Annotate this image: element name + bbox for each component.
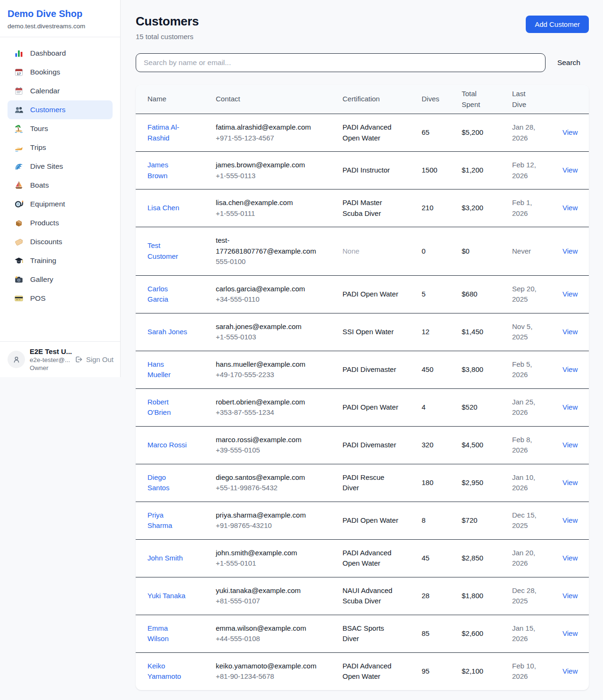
view-link[interactable]: View bbox=[562, 204, 578, 212]
sidebar-item-calendar[interactable]: Calendar bbox=[8, 82, 113, 100]
certification-text: PADI Open Water bbox=[342, 290, 398, 298]
total-spent-cell: $720 bbox=[462, 502, 512, 539]
certification-cell: PADI Instructor bbox=[342, 152, 422, 189]
view-link[interactable]: View bbox=[562, 441, 578, 449]
customer-name-link[interactable]: John Smith bbox=[147, 554, 183, 562]
certification-cell: PADI Advanced Open Water bbox=[342, 652, 422, 690]
last-dive-cell: Feb 12, 2026 bbox=[512, 152, 562, 189]
contact-cell: fatima.alrashid@example.com+971-55-123-4… bbox=[216, 114, 342, 152]
sidebar-item-dive-sites[interactable]: Dive Sites bbox=[8, 157, 113, 176]
table-row: Yuki Tanakayuki.tanaka@example.com+81-55… bbox=[136, 577, 589, 615]
customer-name-link[interactable]: Marco Rossi bbox=[147, 441, 187, 449]
contact-cell: robert.obrien@example.com+353-87-555-123… bbox=[216, 388, 342, 426]
name-cell: Yuki Tanaka bbox=[136, 577, 216, 615]
view-link[interactable]: View bbox=[562, 166, 578, 174]
action-cell: View bbox=[562, 313, 589, 351]
view-link[interactable]: View bbox=[562, 667, 578, 675]
last-dive-cell: Feb 8, 2026 bbox=[512, 426, 562, 464]
customer-name-link[interactable]: Diego Santos bbox=[147, 473, 170, 492]
customer-name-link[interactable]: Test Customer bbox=[147, 241, 178, 260]
sidebar-nav: Dashboard17BookingsCalendarCustomersTour… bbox=[0, 44, 120, 308]
customer-name-link[interactable]: Lisa Chen bbox=[147, 204, 179, 212]
customer-phone: +81-555-0107 bbox=[216, 596, 319, 607]
dives-cell: 12 bbox=[422, 313, 462, 351]
certification-text: NAUI Advanced Scuba Diver bbox=[342, 586, 392, 605]
sidebar-item-customers[interactable]: Customers bbox=[8, 100, 113, 119]
sidebar-item-trips[interactable]: Trips bbox=[8, 138, 113, 157]
dives-cell: 28 bbox=[422, 577, 462, 615]
customer-name-link[interactable]: Keiko Yamamoto bbox=[147, 662, 181, 681]
customer-name-link[interactable]: Sarah Jones bbox=[147, 328, 187, 336]
view-link[interactable]: View bbox=[562, 592, 578, 600]
total-spent-cell: $2,850 bbox=[462, 539, 512, 577]
customer-phone: +971-55-123-4567 bbox=[216, 133, 319, 144]
sidebar-item-dashboard[interactable]: Dashboard bbox=[8, 44, 113, 63]
dives-cell: 8 bbox=[422, 502, 462, 539]
sidebar-item-label: Training bbox=[30, 256, 56, 265]
customer-name-link[interactable]: Robert O'Brien bbox=[147, 398, 171, 417]
sidebar-item-training[interactable]: Training bbox=[8, 251, 113, 270]
view-link[interactable]: View bbox=[562, 629, 578, 637]
view-link[interactable]: View bbox=[562, 403, 578, 411]
sidebar-item-products[interactable]: Products bbox=[8, 214, 113, 232]
view-link[interactable]: View bbox=[562, 554, 578, 562]
last-dive-cell: Jan 20, 2026 bbox=[512, 539, 562, 577]
customer-name-link[interactable]: Emma Wilson bbox=[147, 624, 169, 643]
gallery-icon bbox=[14, 275, 24, 284]
shop-name: Demo Dive Shop bbox=[8, 8, 113, 20]
view-link[interactable]: View bbox=[562, 516, 578, 524]
view-link[interactable]: View bbox=[562, 128, 578, 136]
view-link[interactable]: View bbox=[562, 290, 578, 298]
customer-phone: +81-90-1234-5678 bbox=[216, 671, 319, 682]
view-link[interactable]: View bbox=[562, 478, 578, 486]
total-spent-cell: $3,200 bbox=[462, 189, 512, 227]
customer-name-link[interactable]: Priya Sharma bbox=[147, 511, 172, 530]
customer-email: fatima.alrashid@example.com bbox=[216, 122, 319, 133]
sidebar-item-equipment[interactable]: Equipment bbox=[8, 195, 113, 214]
boats-icon bbox=[14, 181, 24, 190]
sidebar-item-gallery[interactable]: Gallery bbox=[8, 270, 113, 289]
last-dive-cell: Jan 28, 2026 bbox=[512, 114, 562, 152]
table-row: Test Customertest-1772681807767@example.… bbox=[136, 227, 589, 276]
customer-name-link[interactable]: James Brown bbox=[147, 161, 168, 180]
dives-cell: 180 bbox=[422, 464, 462, 502]
name-cell: Robert O'Brien bbox=[136, 388, 216, 426]
customer-name-link[interactable]: Carlos Garcia bbox=[147, 285, 168, 304]
last-dive-cell: Nov 5, 2025 bbox=[512, 313, 562, 351]
customer-name-link[interactable]: Yuki Tanaka bbox=[147, 592, 186, 600]
certification-cell: PADI Advanced Open Water bbox=[342, 539, 422, 577]
certification-cell: SSI Open Water bbox=[342, 313, 422, 351]
action-cell: View bbox=[562, 114, 589, 152]
view-link[interactable]: View bbox=[562, 328, 578, 336]
sidebar-item-pos[interactable]: POS bbox=[8, 289, 113, 308]
action-cell: View bbox=[562, 464, 589, 502]
sidebar-item-tours[interactable]: Tours bbox=[8, 119, 113, 138]
sign-out-label: Sign Out bbox=[86, 355, 114, 363]
sidebar-item-discounts[interactable]: Discounts bbox=[8, 232, 113, 251]
user-email: e2e-tester@... bbox=[30, 356, 69, 363]
name-cell: Hans Mueller bbox=[136, 351, 216, 388]
view-link[interactable]: View bbox=[562, 365, 578, 373]
sidebar-item-boats[interactable]: Boats bbox=[8, 176, 113, 195]
last-dive-cell: Dec 15, 2025 bbox=[512, 502, 562, 539]
sidebar-item-bookings[interactable]: 17Bookings bbox=[8, 63, 113, 82]
customer-phone: +39-555-0105 bbox=[216, 445, 319, 456]
last-dive-cell: Feb 5, 2026 bbox=[512, 351, 562, 388]
action-cell: View bbox=[562, 227, 589, 276]
customer-phone: +91-98765-43210 bbox=[216, 520, 319, 531]
customer-email: john.smith@example.com bbox=[216, 548, 319, 559]
sidebar: Demo Dive Shop demo.test.divestreams.com… bbox=[0, 0, 121, 377]
customer-name-link[interactable]: Hans Mueller bbox=[147, 360, 171, 379]
search-input[interactable] bbox=[136, 53, 546, 72]
certification-text: PADI Master Scuba Diver bbox=[342, 198, 382, 217]
customer-phone: +353-87-555-1234 bbox=[216, 407, 319, 418]
customer-name-link[interactable]: Fatima Al-Rashid bbox=[147, 123, 179, 142]
view-link[interactable]: View bbox=[562, 247, 578, 255]
add-customer-button[interactable]: Add Customer bbox=[526, 16, 589, 33]
customers-icon bbox=[14, 105, 24, 115]
search-button[interactable]: Search bbox=[546, 58, 589, 67]
action-cell: View bbox=[562, 652, 589, 690]
sign-out-button[interactable]: Sign Out bbox=[74, 355, 114, 364]
total-spent-cell: $0 bbox=[462, 227, 512, 276]
sidebar-item-label: Trips bbox=[30, 143, 46, 152]
